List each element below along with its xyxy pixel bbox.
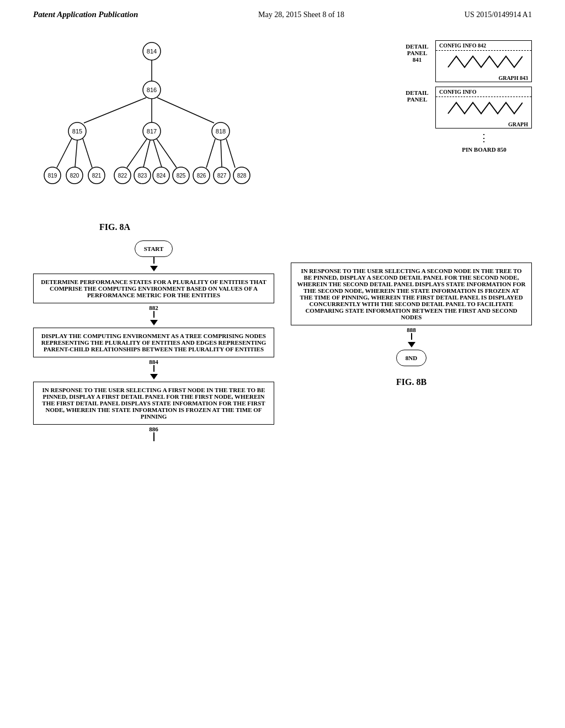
svg-text:820: 820 bbox=[70, 173, 79, 179]
graph-2-label: GRAPH bbox=[436, 121, 531, 128]
box-882-text: DETERMINE PERFORMANCE STATES FOR A PLURA… bbox=[41, 279, 266, 298]
svg-line-13 bbox=[157, 98, 214, 123]
arrow-884-886 bbox=[150, 365, 158, 382]
box-884-num: 884 bbox=[149, 358, 158, 365]
panel-box-2: CONFIG INFO GRAPH bbox=[435, 87, 532, 129]
svg-line-31 bbox=[127, 139, 147, 168]
patent-number-label: US 2015/0149914 A1 bbox=[465, 10, 532, 19]
box-886: IN RESPONSE TO THE USER SELECTING A FIRS… bbox=[33, 382, 274, 425]
graph-843-wave bbox=[436, 51, 531, 74]
flowchart: START DETERMINE PERFORMANCE STATES FOR A… bbox=[33, 240, 532, 441]
box-884: DISPLAY THE COMPUTING ENVIRONMENT AS A T… bbox=[33, 328, 274, 357]
svg-text:825: 825 bbox=[177, 173, 186, 179]
graph-843-label: GRAPH 843 bbox=[436, 74, 531, 82]
fig8a-section: 814 816 815 817 818 819 bbox=[33, 35, 532, 222]
box-886-num: 886 bbox=[149, 426, 158, 432]
svg-text:828: 828 bbox=[237, 173, 247, 179]
svg-text:815: 815 bbox=[72, 128, 82, 135]
svg-line-42 bbox=[221, 140, 222, 167]
svg-text:824: 824 bbox=[157, 173, 166, 179]
pin-board-area: DETAIL PANEL 841 CONFIG INFO 842 GRAPH 8… bbox=[403, 40, 532, 222]
graph-2-wave bbox=[436, 97, 531, 121]
detail-panel-2-label: DETAIL PANEL bbox=[403, 87, 431, 103]
arrow-start-882 bbox=[150, 257, 158, 274]
detail-panel-label: DETAIL PANEL 841 bbox=[403, 40, 431, 63]
end-box: 8ND bbox=[396, 350, 427, 366]
panel-box-841: CONFIG INFO 842 GRAPH 843 bbox=[435, 40, 532, 82]
pin-board-title: PIN BOARD 850 bbox=[436, 146, 532, 153]
svg-line-32 bbox=[143, 140, 150, 167]
box-886-text: IN RESPONSE TO THE USER SELECTING A FIRS… bbox=[42, 387, 265, 420]
box-882-num: 882 bbox=[149, 304, 158, 311]
arrow-888-end bbox=[408, 333, 415, 350]
start-box: START bbox=[135, 240, 173, 257]
arrow-882-884 bbox=[150, 311, 158, 328]
svg-line-34 bbox=[157, 139, 177, 168]
svg-text:822: 822 bbox=[118, 173, 127, 179]
date-sheet-label: May 28, 2015 Sheet 8 of 18 bbox=[258, 10, 344, 19]
tree-diagram: 814 816 815 817 818 819 bbox=[33, 35, 392, 222]
svg-text:817: 817 bbox=[147, 128, 157, 135]
box-888: IN RESPONSE TO THE USER SELECTING A SECO… bbox=[291, 263, 532, 325]
flow-right-col: IN RESPONSE TO THE USER SELECTING A SECO… bbox=[291, 240, 532, 441]
dots-indicator: ⋮ bbox=[435, 132, 532, 144]
box-888-num: 888 bbox=[407, 326, 416, 333]
config-info-2-label: CONFIG INFO bbox=[436, 87, 531, 97]
fig8a-label: FIG. 8A bbox=[33, 222, 532, 232]
svg-text:826: 826 bbox=[197, 173, 206, 179]
svg-text:819: 819 bbox=[48, 173, 57, 179]
svg-text:823: 823 bbox=[138, 173, 147, 179]
svg-line-21 bbox=[75, 140, 77, 167]
tree-svg: 814 816 815 817 818 819 bbox=[33, 35, 270, 217]
svg-text:814: 814 bbox=[147, 48, 157, 55]
box-884-text: DISPLAY THE COMPUTING ENVIRONMENT AS A T… bbox=[41, 333, 266, 352]
page-header: Patent Application Publication May 28, 2… bbox=[0, 0, 565, 24]
svg-text:821: 821 bbox=[92, 173, 102, 179]
box-888-text: IN RESPONSE TO THE USER SELECTING A SECO… bbox=[297, 267, 525, 320]
box-882: DETERMINE PERFORMANCE STATES FOR A PLURA… bbox=[33, 274, 274, 303]
svg-text:818: 818 bbox=[216, 128, 226, 135]
fig8b-label: FIG. 8B bbox=[396, 377, 427, 387]
detail-panel-841: DETAIL PANEL 841 CONFIG INFO 842 GRAPH 8… bbox=[403, 40, 532, 82]
svg-line-43 bbox=[226, 139, 235, 168]
svg-line-41 bbox=[206, 139, 215, 168]
detail-panel-2: DETAIL PANEL CONFIG INFO GRAPH bbox=[403, 87, 532, 129]
svg-text:816: 816 bbox=[147, 87, 157, 93]
main-content: 814 816 815 817 818 819 bbox=[0, 24, 565, 452]
svg-text:827: 827 bbox=[217, 173, 227, 179]
arrow-886-end bbox=[153, 432, 154, 441]
publication-label: Patent Application Publication bbox=[33, 10, 138, 19]
fig8b-section: START DETERMINE PERFORMANCE STATES FOR A… bbox=[33, 240, 532, 441]
svg-line-20 bbox=[57, 138, 72, 168]
flow-left-col: START DETERMINE PERFORMANCE STATES FOR A… bbox=[33, 240, 274, 441]
svg-line-11 bbox=[84, 98, 146, 123]
svg-line-22 bbox=[83, 138, 92, 168]
config-info-842-label: CONFIG INFO 842 bbox=[436, 41, 531, 51]
